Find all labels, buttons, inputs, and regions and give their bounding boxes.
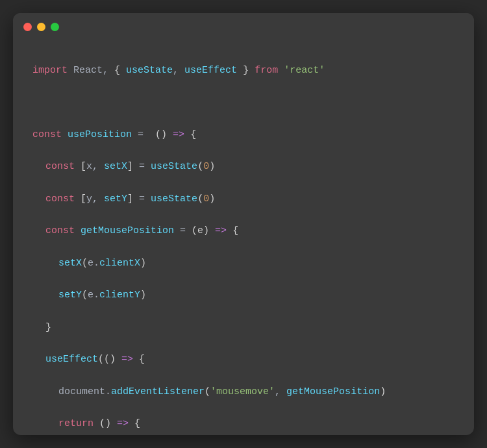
line-3: const [x, setX] = useState(0) [32, 159, 455, 175]
line-1: import React, { useState, useEffect } fr… [32, 63, 455, 79]
code-window: import React, { useState, useEffect } fr… [13, 13, 474, 435]
line-blank-1 [32, 95, 455, 111]
line-2: const usePosition = () => { [32, 127, 455, 143]
line-11: return () => { [32, 416, 455, 432]
minimize-button[interactable] [37, 23, 45, 31]
line-6: setX(e.clientX) [32, 256, 455, 272]
titlebar [13, 13, 474, 40]
close-button[interactable] [23, 23, 32, 31]
maximize-button[interactable] [51, 23, 59, 31]
line-5: const getMousePosition = (e) => { [32, 223, 455, 240]
line-8: } [32, 320, 455, 336]
line-7: setY(e.clientY) [32, 288, 455, 304]
line-9: useEffect(() => { [32, 352, 455, 368]
line-10: document.addEventListener('mousemove', g… [32, 384, 455, 401]
code-block: import React, { useState, useEffect } fr… [13, 40, 474, 435]
line-4: const [y, setY] = useState(0) [32, 192, 455, 208]
